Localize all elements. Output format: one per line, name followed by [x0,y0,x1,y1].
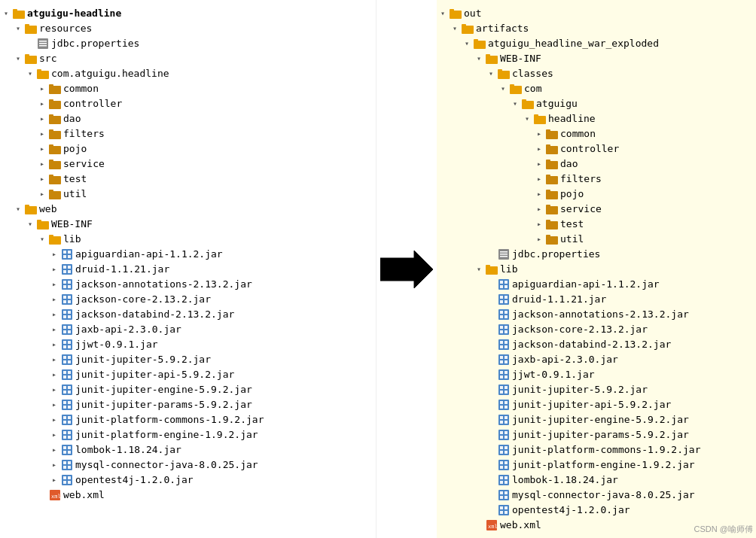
toggle-icon[interactable] [437,8,449,20]
tree-item-root[interactable]: atguigu-headline [0,6,376,21]
toggle-icon[interactable] [48,354,60,366]
tree-item-util[interactable]: util [0,187,376,202]
tree-item-junit-jupiter-api[interactable]: junit-jupiter-api-5.9.2.jar [0,367,376,382]
tree-item-jaxb-api[interactable]: jaxb-api-2.3.0.jar [0,322,376,337]
toggle-icon[interactable] [48,324,60,336]
tree-item-junit-jupiter-params[interactable]: junit-jupiter-params-5.9.2.jar [0,397,376,412]
tree-item-common[interactable]: common [0,81,376,96]
toggle-icon[interactable] [533,143,545,155]
tree-item-dao[interactable]: dao [0,111,376,126]
toggle-icon[interactable] [485,68,497,80]
tree-item-src[interactable]: src [0,51,376,66]
tree-item-junit-jupiter[interactable]: junit-jupiter-5.9.2.jar [0,352,376,367]
tree-item-out[interactable]: out [437,6,756,21]
tree-item-r-classes[interactable]: classes [437,66,756,81]
toggle-icon[interactable] [533,233,545,245]
toggle-icon[interactable] [36,98,48,110]
tree-item-r-com[interactable]: com [437,81,756,96]
toggle-icon[interactable] [36,128,48,140]
tree-item-r-filters[interactable]: filters [437,172,756,187]
tree-item-filters[interactable]: filters [0,126,376,141]
tree-item-r-test[interactable]: test [437,217,756,232]
tree-item-junit-platform-engine[interactable]: junit-platform-engine-1.9.2.jar [0,427,376,442]
tree-item-junit-jupiter-engine[interactable]: junit-jupiter-engine-5.9.2.jar [0,382,376,397]
toggle-icon[interactable] [36,233,48,245]
toggle-icon[interactable] [497,83,509,95]
tree-item-opentest4j[interactable]: opentest4j-1.2.0.jar [0,473,376,488]
toggle-icon[interactable] [48,339,60,351]
toggle-icon[interactable] [521,113,533,125]
toggle-icon[interactable] [449,23,461,35]
toggle-icon[interactable] [533,173,545,185]
toggle-icon[interactable] [48,309,60,321]
tree-item-controller[interactable]: controller [0,96,376,111]
tree-item-r-lib[interactable]: lib [437,262,756,277]
tree-item-service[interactable]: service [0,157,376,172]
tree-item-r-jackson-core: jackson-core-2.13.2.jar [437,322,756,337]
toggle-icon[interactable] [473,53,485,65]
tree-item-lombok[interactable]: lombok-1.18.24.jar [0,442,376,457]
tree-item-artifacts[interactable]: artifacts [437,21,756,36]
toggle-icon[interactable] [12,53,24,65]
tree-item-test[interactable]: test [0,172,376,187]
toggle-icon[interactable] [36,83,48,95]
toggle-icon[interactable] [48,444,60,456]
toggle-icon[interactable] [48,399,60,411]
toggle-icon[interactable] [461,38,473,50]
toggle-icon[interactable] [36,173,48,185]
toggle-icon[interactable] [48,459,60,471]
tree-item-jackson-databind[interactable]: jackson-databind-2.13.2.jar [0,307,376,322]
tree-item-r-atguigu[interactable]: atguigu [437,96,756,111]
toggle-icon[interactable] [48,278,60,290]
tree-item-r-headline[interactable]: headline [437,111,756,126]
toggle-icon[interactable] [48,263,60,275]
toggle-icon[interactable] [24,218,36,230]
toggle-icon[interactable] [0,8,12,20]
toggle-icon[interactable] [473,263,485,275]
toggle-icon[interactable] [36,188,48,200]
toggle-icon[interactable] [48,384,60,396]
toggle-icon[interactable] [12,203,24,215]
toggle-icon[interactable] [48,293,60,305]
tree-item-resources[interactable]: resources [0,21,376,36]
toggle-icon[interactable] [48,429,60,441]
toggle-icon[interactable] [48,248,60,260]
tree-item-r-controller[interactable]: controller [437,141,756,157]
tree-item-r-pojo[interactable]: pojo [437,187,756,202]
tree-item-jjwt[interactable]: jjwt-0.9.1.jar [0,337,376,352]
toggle-icon[interactable] [48,414,60,426]
tree-item-mysql-connector[interactable]: mysql-connector-java-8.0.25.jar [0,457,376,473]
toggle-icon[interactable] [533,203,545,215]
tree-item-r-dao[interactable]: dao [437,157,756,172]
tree-item-apiguardian[interactable]: apiguardian-api-1.1.2.jar [0,247,376,262]
tree-item-r-common[interactable]: common [437,126,756,141]
tree-item-r-util[interactable]: util [437,232,756,247]
tree-item-druid[interactable]: druid-1.1.21.jar [0,262,376,277]
toggle-icon[interactable] [36,158,48,170]
toggle-icon[interactable] [533,128,545,140]
tree-item-web-inf[interactable]: WEB-INF [0,217,376,232]
toggle-icon[interactable] [36,143,48,155]
toggle-icon[interactable] [533,158,545,170]
svg-rect-96 [68,431,71,434]
toggle-icon[interactable] [36,113,48,125]
tree-item-r-junit-platform-engine: junit-platform-engine-1.9.2.jar [437,457,756,473]
tree-item-r-service[interactable]: service [437,202,756,217]
tree-item-atguigu-war-exploded[interactable]: atguigu_headline_war_exploded [437,36,756,51]
tree-item-r-web-inf[interactable]: WEB-INF [437,51,756,66]
tree-item-junit-platform-commons[interactable]: junit-platform-commons-1.9.2.jar [0,412,376,427]
toggle-icon[interactable] [48,474,60,486]
tree-item-web[interactable]: web [0,202,376,217]
tree-item-pojo[interactable]: pojo [0,141,376,157]
toggle-icon[interactable] [509,98,521,110]
toggle-icon[interactable] [533,218,545,230]
tree-item-com-atguigu-headline[interactable]: com.atguigu.headline [0,66,376,81]
tree-item-jackson-core[interactable]: jackson-core-2.13.2.jar [0,292,376,307]
tree-item-jackson-annotations[interactable]: jackson-annotations-2.13.2.jar [0,277,376,292]
svg-rect-231 [500,506,503,509]
toggle-icon[interactable] [48,369,60,381]
toggle-icon[interactable] [533,188,545,200]
toggle-icon[interactable] [24,68,36,80]
toggle-icon[interactable] [12,23,24,35]
tree-item-lib[interactable]: lib [0,232,376,247]
